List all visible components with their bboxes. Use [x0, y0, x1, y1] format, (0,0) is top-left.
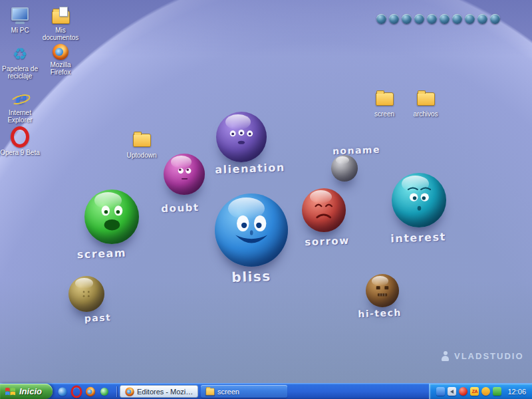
taskbar-tasks: Editores - Mozilla Fire...screen — [118, 384, 430, 399]
sphere-face — [305, 192, 342, 228]
sphere-label-noname: noname — [332, 144, 381, 157]
sphere-face — [220, 116, 263, 158]
sphere-sorrow — [302, 188, 346, 232]
sphere-face — [221, 200, 282, 261]
sphere-label-interest: interest — [390, 231, 446, 245]
sphere-label-scream: scream — [77, 247, 127, 261]
tray-volume-icon[interactable] — [448, 387, 456, 396]
desktop-icon-label: Internet Explorer — [0, 109, 41, 124]
folder-icon — [417, 92, 435, 106]
sphere-label-doubt: doubt — [161, 201, 200, 215]
start-label: Inicio — [19, 386, 42, 396]
vladstudio-watermark: VLADSTUDIO — [441, 351, 524, 361]
quick-launch-globe-icon[interactable] — [57, 385, 69, 398]
firefox-icon — [86, 386, 95, 396]
desktop-icon-label: Opera 9 Beta — [0, 149, 41, 156]
dock — [376, 14, 500, 24]
folder-label: screen — [363, 110, 406, 118]
messenger-icon — [100, 388, 108, 396]
dock-button-4[interactable] — [414, 14, 424, 24]
desktop: alienationdoubtscreamblisssorrowinterest… — [0, 0, 532, 399]
tray-alert-icon[interactable] — [459, 387, 467, 396]
sphere-face — [167, 157, 201, 192]
dock-button-9[interactable] — [477, 14, 487, 24]
dock-button-7[interactable] — [452, 14, 462, 24]
folder-label: Uptodown — [120, 152, 163, 159]
desktop-icon-label: Mis documentos — [39, 27, 82, 41]
sphere-scream — [84, 190, 139, 244]
taskbar-clock: 12:06 — [507, 388, 526, 396]
sphere-noname — [331, 155, 358, 182]
folder-icon — [131, 130, 152, 150]
folder-icon — [205, 387, 214, 396]
sphere-alienation — [216, 112, 267, 162]
dock-button-1[interactable] — [376, 14, 386, 24]
start-button[interactable]: Inicio — [0, 384, 53, 399]
taskbar: Inicio Editores - Mozilla Fire...screen … — [0, 383, 532, 399]
sphere-doubt — [164, 154, 205, 195]
taskbar-task-screen[interactable]: screen — [201, 385, 287, 398]
folder-icon — [376, 92, 394, 106]
desktop-icon-label: Mi PC — [0, 27, 41, 34]
quick-launch-bar — [53, 384, 115, 399]
windows-flag-icon — [5, 386, 16, 396]
desktop-folder-screen[interactable]: screen — [363, 89, 406, 118]
desktop-icon-mis-documentos[interactable]: Mis documentos — [39, 5, 82, 41]
tray-shield-icon[interactable] — [493, 387, 501, 396]
tray-icons: ZA — [436, 387, 501, 396]
sphere-label-past: past — [84, 312, 111, 323]
desktop-icon-internet-explorer[interactable]: Internet Explorer — [0, 88, 41, 124]
desktop-icon-label: Papelera de reciclaje — [0, 65, 41, 80]
sphere-face — [71, 279, 101, 309]
recycle-bin-icon — [9, 44, 31, 64]
dock-button-6[interactable] — [440, 14, 450, 24]
folder-icon — [415, 89, 436, 109]
sphere-label-bliss: bliss — [231, 268, 271, 285]
firefox-icon — [125, 387, 134, 396]
globe-icon — [59, 387, 67, 396]
desktop-icon-mozilla-firefox[interactable]: Mozilla Firefox — [39, 44, 82, 76]
dock-button-3[interactable] — [402, 14, 412, 24]
sphere-hi-tech — [366, 274, 399, 307]
quick-launch-firefox-icon[interactable] — [84, 385, 97, 398]
quick-launch-messenger-icon[interactable] — [98, 385, 111, 398]
desktop-icon-mi-pc[interactable]: Mi PC — [0, 5, 41, 34]
tray-network-icon[interactable] — [436, 387, 445, 396]
dock-button-2[interactable] — [389, 14, 399, 24]
folder-label: archivos — [404, 110, 447, 118]
sphere-past — [68, 276, 104, 312]
folder-icon — [374, 89, 395, 109]
tray-zonealarm-icon[interactable]: ZA — [470, 387, 479, 396]
sphere-face — [396, 178, 442, 223]
folder-icon — [52, 11, 70, 24]
dock-button-10[interactable] — [490, 14, 500, 24]
task-label: Editores - Mozilla Fire... — [137, 388, 194, 396]
tray-update-icon[interactable] — [481, 387, 490, 396]
desktop-icon-papelera-de-reciclaje[interactable]: Papelera de reciclaje — [0, 44, 41, 80]
sphere-face — [368, 277, 396, 305]
desktop-icon-opera-9-beta[interactable]: Opera 9 Beta — [0, 126, 41, 156]
person-icon — [441, 351, 450, 361]
desktop-folder-uptodown[interactable]: Uptodown — [120, 130, 163, 159]
my-computer-icon — [9, 5, 31, 25]
firefox-icon — [53, 44, 68, 60]
sphere-label-hi-tech: hi-tech — [358, 307, 402, 319]
watermark-text: VLADSTUDIO — [454, 351, 524, 361]
firefox-icon — [125, 387, 134, 396]
tray-icon-text: ZA — [472, 389, 477, 394]
my-documents-icon — [50, 5, 71, 25]
taskbar-separator — [116, 386, 117, 397]
system-tray: ZA 12:06 — [429, 384, 532, 399]
folder-icon — [205, 388, 214, 395]
sphere-interest — [392, 173, 446, 227]
taskbar-task-editores-mozilla-fire[interactable]: Editores - Mozilla Fire... — [120, 385, 198, 398]
dock-button-5[interactable] — [427, 14, 437, 24]
desktop-folder-archivos[interactable]: archivos — [404, 89, 447, 118]
dock-button-8[interactable] — [465, 14, 475, 24]
sphere-bliss — [215, 194, 288, 267]
opera-icon — [11, 126, 29, 148]
task-label: screen — [217, 388, 239, 396]
sphere-face — [89, 194, 135, 240]
quick-launch-opera-icon[interactable] — [70, 385, 83, 398]
folder-icon — [133, 134, 151, 147]
